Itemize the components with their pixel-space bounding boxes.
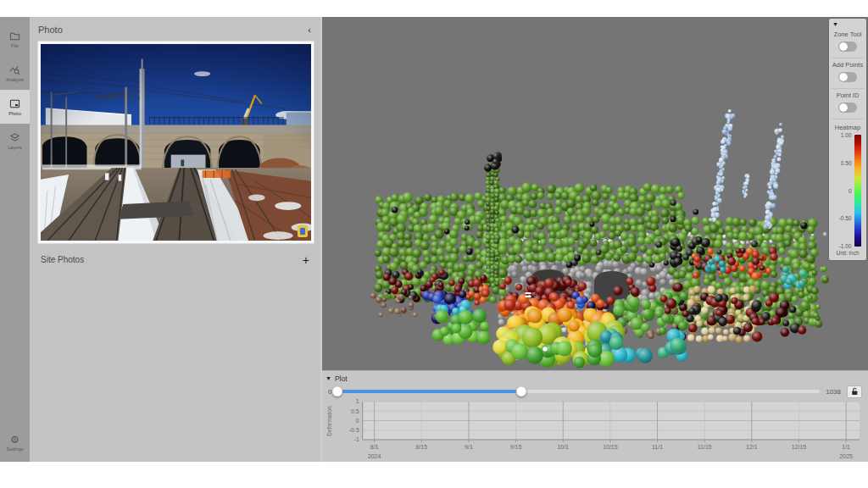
svg-text:9/1: 9/1 [465,444,473,450]
lock-button[interactable] [847,385,862,398]
zone-tool-label: Zone Tool [834,30,862,38]
sidebar-item-label: File [11,43,19,48]
point-cloud-canvas [322,17,868,370]
heatmap-ticks: 1.00 0.50 0 -0.50 -1.00 [835,132,852,249]
svg-text:0: 0 [356,418,359,424]
slider-handle-end[interactable] [515,386,526,397]
svg-text:-1: -1 [354,436,359,442]
collapse-panel-icon[interactable]: ‹ [308,25,311,34]
svg-text:11/1: 11/1 [652,444,663,450]
slider-min-label: 0 [328,388,331,396]
svg-text:1: 1 [356,399,359,404]
app-window: File Analysis Photo Layers ⚙ [0,17,868,462]
point-id-group: Point ID [831,89,865,119]
heatmap-legend: Heatmap 1.00 0.50 0 -0.50 -1.00 Unit: in… [831,119,865,256]
analysis-icon [9,64,20,75]
sidebar-item-file[interactable]: File [0,22,30,56]
sidebar-item-label: Settings [7,446,24,452]
point-id-toggle[interactable] [838,103,857,113]
slider-max-label: 1038 [826,388,841,396]
layers-icon [9,132,20,143]
add-points-toggle[interactable] [838,72,857,82]
unlock-icon [851,387,859,396]
heatmap-unit: Unit: inch [836,250,859,256]
sidebar-item-label: Photo [8,111,20,116]
svg-text:1/1: 1/1 [842,444,850,450]
add-points-label: Add Points [832,61,863,69]
sidebar: File Analysis Photo Layers ⚙ [0,17,30,462]
svg-text:11/15: 11/15 [698,444,712,450]
svg-text:12/1: 12/1 [746,444,758,450]
plot-panel: ▼ Plot 0 1038 10.50-0.5 [322,370,868,462]
add-points-group: Add Points [831,58,865,89]
photo-badge-icon [298,225,308,237]
svg-text:9/15: 9/15 [510,444,522,450]
sidebar-item-label: Analysis [6,77,23,82]
main-area: ▼ Zone Tool Add Points Point ID Heatmap [322,17,868,462]
sidebar-item-label: Layers [8,145,22,150]
svg-text:Deformation: Deformation [326,406,332,436]
photo-panel-header: Photo ‹ [30,17,320,41]
point-id-label: Point ID [837,92,860,99]
svg-text:10/15: 10/15 [603,444,618,450]
zone-tool-toggle[interactable] [838,42,857,52]
zone-tool-group: Zone Tool [831,28,865,58]
svg-text:2025: 2025 [839,453,853,459]
photo-panel: Photo ‹ [30,17,322,462]
collapse-tools-icon[interactable]: ▼ [831,20,840,28]
sidebar-item-layers[interactable]: Layers [0,124,30,158]
svg-text:2024: 2024 [368,453,381,459]
photo-icon [9,98,20,109]
photo-thumbnail[interactable] [37,41,314,244]
site-photos-label: Site Photos [41,255,84,264]
svg-text:10/1: 10/1 [557,444,569,450]
sidebar-item-analysis[interactable]: Analysis [0,56,30,90]
site-photos-header: Site Photos + [30,244,320,264]
svg-text:-0.5: -0.5 [349,427,359,433]
deformation-chart: 10.50-0.5-18/18/159/19/1510/110/1511/111… [326,399,865,462]
svg-text:8/1: 8/1 [370,444,379,450]
heatmap-gradient-bar [854,135,861,247]
collapse-plot-icon[interactable]: ▼ [326,375,331,381]
plot-title: Plot [335,374,348,383]
sidebar-item-settings[interactable]: ⚙ Settings [0,428,30,458]
svg-text:8/15: 8/15 [416,444,428,450]
panel-title: Photo [38,25,63,35]
tool-panel: ▼ Zone Tool Add Points Point ID Heatmap [829,19,866,260]
svg-text:12/15: 12/15 [792,444,807,450]
viewport-3d[interactable]: ▼ Zone Tool Add Points Point ID Heatmap [322,17,868,370]
timeline-slider-row: 0 1038 [326,384,865,399]
add-photo-button[interactable]: + [303,256,309,264]
gear-icon: ⚙ [10,435,19,445]
svg-text:0.5: 0.5 [351,408,359,414]
sidebar-item-photo[interactable]: Photo [0,90,30,124]
plot-header: ▼ Plot [326,373,865,384]
site-photo-image [41,44,311,241]
folder-icon [9,30,20,42]
slider-handle-start[interactable] [332,386,343,397]
slider-selected-range [337,390,520,393]
timeline-slider-track[interactable] [337,390,820,393]
heatmap-label: Heatmap [835,124,860,131]
